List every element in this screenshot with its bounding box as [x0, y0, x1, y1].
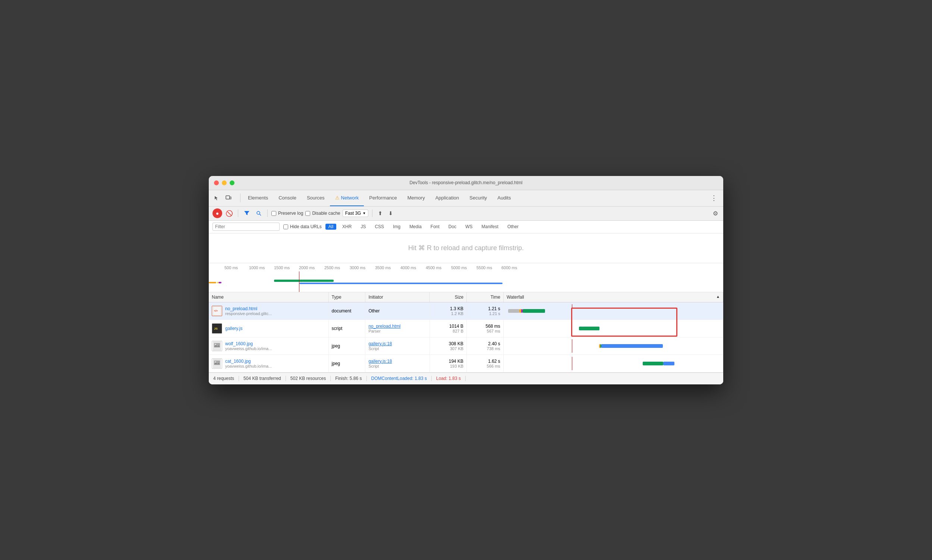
filter-font[interactable]: Font: [428, 224, 443, 230]
file-icon-img1: [212, 341, 222, 351]
ruler-labels: 500 ms 1000 ms 1500 ms 2000 ms 2500 ms 3…: [209, 263, 723, 271]
row3-type: jpeg: [328, 337, 365, 355]
col-type: Type: [328, 292, 365, 302]
row2-waterfall: [503, 320, 723, 337]
preserve-log-label[interactable]: Preserve log: [271, 211, 303, 216]
filter-xhr[interactable]: XHR: [339, 224, 355, 230]
ruler-1500: 1500 ms: [274, 265, 290, 270]
wf-bar-gray: [508, 309, 519, 313]
status-load: Load: 1.83 s: [432, 376, 466, 381]
tab-divider: [240, 194, 240, 202]
network-table-container[interactable]: Name Type Initiator Size Time Waterfall …: [209, 292, 723, 372]
svg-rect-0: [226, 196, 230, 199]
timeline-ruler: 500 ms 1000 ms 1500 ms 2000 ms 2500 ms 3…: [209, 263, 723, 292]
clear-button[interactable]: 🚫: [225, 208, 234, 218]
window-title: DevTools - responsive-preload.glitch.me/…: [410, 180, 523, 185]
row3-waterfall: [503, 337, 723, 355]
ruler-500: 500 ms: [225, 265, 238, 270]
row1-waterfall: [503, 302, 723, 320]
device-icon[interactable]: [224, 193, 233, 203]
tab-performance[interactable]: Performance: [364, 190, 402, 206]
wf-bar-blue-3: [601, 344, 663, 348]
row2-time: 568 ms 567 ms: [467, 320, 504, 337]
more-menu-button[interactable]: ⋮: [707, 192, 720, 203]
timeline-bars: [209, 271, 723, 292]
timeline-bar-green: [274, 280, 334, 282]
row2-size: 1014 B 827 B: [430, 320, 467, 337]
hide-data-urls-label[interactable]: Hide data URLs: [283, 224, 322, 229]
preserve-log-checkbox[interactable]: [271, 211, 276, 216]
timeline-bar-orange: [209, 282, 216, 283]
row3-name: wolf_1600.jpg yoavweiss.github.io/ima...: [209, 337, 328, 355]
tab-security[interactable]: Security: [464, 190, 492, 206]
filter-types: All XHR JS CSS Img Media Font Doc WS Man…: [326, 224, 521, 230]
chevron-down-icon: ▼: [362, 211, 366, 215]
disable-cache-checkbox[interactable]: [305, 211, 310, 216]
filter-ws[interactable]: WS: [462, 224, 475, 230]
wf-bar-green: [523, 309, 545, 313]
table-row[interactable]: wolf_1600.jpg yoavweiss.github.io/ima...…: [209, 337, 723, 355]
tab-sources[interactable]: Sources: [301, 190, 330, 206]
ruler-4500: 4500 ms: [426, 265, 441, 270]
row4-name-lines: cat_1600.jpg yoavweiss.github.io/ima...: [225, 358, 272, 368]
disable-cache-label[interactable]: Disable cache: [305, 211, 340, 216]
maximize-button[interactable]: [230, 180, 234, 185]
filter-bar: Hide data URLs All XHR JS CSS Img Media …: [209, 221, 723, 233]
filter-css[interactable]: CSS: [372, 224, 387, 230]
tab-application[interactable]: Application: [430, 190, 464, 206]
filter-doc[interactable]: Doc: [446, 224, 459, 230]
filter-manifest[interactable]: Manifest: [479, 224, 501, 230]
row4-initiator: gallery.js:18 Script: [365, 355, 430, 372]
tab-network[interactable]: ⚠ Network: [330, 190, 364, 206]
tab-audits[interactable]: Audits: [492, 190, 516, 206]
row1-initiator: Other: [365, 302, 430, 320]
cursor-icon[interactable]: [212, 193, 221, 203]
ruler-6000: 6000 ms: [501, 265, 517, 270]
col-waterfall: Waterfall ▲: [503, 292, 723, 302]
import-button[interactable]: ⬆: [376, 209, 384, 217]
filter-media[interactable]: Media: [406, 224, 424, 230]
filter-icon[interactable]: [242, 208, 252, 218]
search-icon[interactable]: [254, 208, 264, 218]
filter-js[interactable]: JS: [357, 224, 369, 230]
throttle-select[interactable]: Fast 3G ▼: [343, 209, 369, 217]
tab-console[interactable]: Console: [273, 190, 301, 206]
toolbar-divider-3: [372, 209, 372, 217]
table-row[interactable]: </> no_preload.html responsive-preload.g…: [209, 302, 723, 320]
table-row[interactable]: cat_1600.jpg yoavweiss.github.io/ima... …: [209, 355, 723, 372]
status-bar: 4 requests 504 KB transferred 502 KB res…: [209, 372, 723, 385]
row1-size: 1.3 KB 1.2 KB: [430, 302, 467, 320]
wf-bar-green-4: [643, 362, 663, 365]
svg-rect-12: [214, 360, 220, 365]
filter-input[interactable]: [212, 223, 280, 231]
svg-rect-9: [214, 343, 220, 348]
settings-icon[interactable]: ⚙: [711, 208, 720, 218]
warning-icon: ⚠: [335, 195, 340, 201]
ruler-4000: 4000 ms: [400, 265, 416, 270]
row2-initiator: no_preload.html Parser: [365, 320, 430, 337]
filter-all[interactable]: All: [326, 224, 336, 230]
table-row[interactable]: JS gallery.js script no_preload.html: [209, 320, 723, 337]
status-resources: 502 KB resources: [286, 376, 331, 381]
record-button[interactable]: ●: [212, 208, 222, 218]
row2-name-lines: gallery.js: [225, 326, 242, 331]
svg-text:</>: </>: [214, 309, 218, 312]
titlebar: DevTools - responsive-preload.glitch.me/…: [209, 176, 723, 190]
filmstrip-hint: Hit ⌘ R to reload and capture filmstrip.: [408, 244, 524, 252]
ruler-5000: 5000 ms: [451, 265, 467, 270]
row1-name: </> no_preload.html responsive-preload.g…: [209, 302, 328, 320]
tab-elements[interactable]: Elements: [243, 190, 273, 206]
filter-other[interactable]: Other: [504, 224, 521, 230]
minimize-button[interactable]: [222, 180, 227, 185]
filter-img[interactable]: Img: [390, 224, 403, 230]
export-button[interactable]: ⬇: [387, 209, 395, 217]
col-size: Size: [430, 292, 467, 302]
row1-name-lines: no_preload.html responsive-preload.glitc…: [225, 306, 272, 316]
row3-initiator: gallery.js:18 Script: [365, 337, 430, 355]
row1-time: 1.21 s 1.21 s: [467, 302, 504, 320]
close-button[interactable]: [214, 180, 219, 185]
tab-memory[interactable]: Memory: [402, 190, 430, 206]
ruler-5500: 5500 ms: [477, 265, 492, 270]
svg-text:JS: JS: [214, 327, 218, 330]
hide-data-urls-checkbox[interactable]: [283, 225, 288, 229]
